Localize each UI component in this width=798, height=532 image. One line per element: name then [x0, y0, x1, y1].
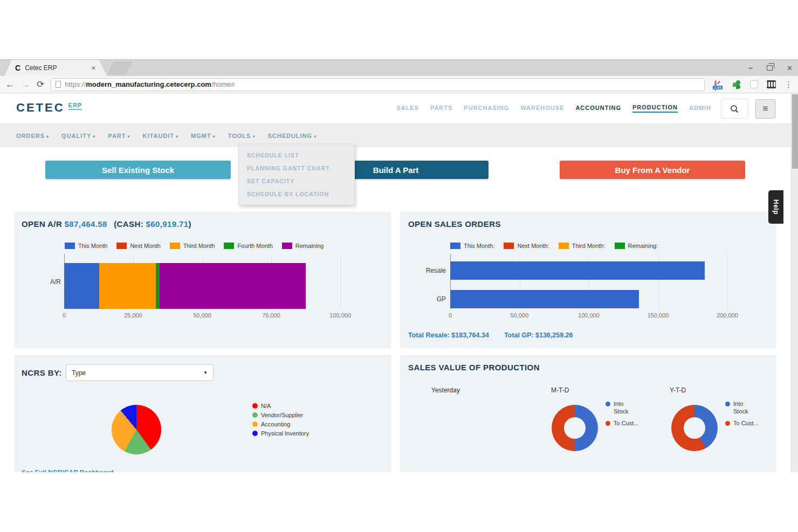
nav-sales[interactable]: SALES — [396, 105, 419, 112]
legend-item: To Cust... — [725, 420, 759, 427]
legend-item: Accounting — [252, 421, 309, 427]
film-strip-extension-icon[interactable] — [767, 80, 776, 88]
production-panel: SALES VALUE OF PRODUCTION Yesterday M-T-… — [400, 355, 776, 472]
address-bar[interactable]: https://modern_manufacturing.cetecerp.co… — [51, 78, 705, 91]
legend-item: Third Month: — [559, 243, 606, 249]
url-path: /home# — [211, 80, 235, 88]
browser-tab-cetec-erp[interactable]: C Cetec ERP ✕ — [4, 60, 107, 76]
legend-item: Next Month — [116, 243, 160, 249]
mtd-donut-legend: Into StockTo Cust... — [606, 400, 639, 427]
open-sales-totals: Total Resale: $183,764.34 Total GP: $136… — [408, 331, 573, 339]
subnav-quality[interactable]: QUALITY▾ — [61, 133, 95, 139]
dropdown-item-planning-gantt-chart[interactable]: PLANNING GANTT CHART — [239, 162, 354, 175]
legend-item: Third Month — [170, 243, 215, 249]
screenshot-root: C Cetec ERP ✕ – ✕ ← → ⟳ https://modern_m… — [0, 0, 798, 532]
forward-icon: → — [21, 79, 30, 90]
nav-warehouse[interactable]: WAREHOUSE — [520, 105, 564, 112]
column-label-mtd: M-T-D — [551, 386, 569, 394]
legend-item: Vendor/Supplier — [252, 412, 309, 418]
legend-item: This Month: — [450, 243, 494, 249]
nav-parts[interactable]: PARTS — [430, 105, 452, 112]
ncr-pie-chart — [112, 405, 161, 454]
open-sales-legend: This Month:Next Month:Third Month:Remain… — [450, 243, 658, 249]
browser-tab-strip: C Cetec ERP ✕ – ✕ — [0, 60, 798, 76]
open-ar-legend: This MonthNext MonthThird MonthFourth Mo… — [65, 243, 324, 249]
hamburger-menu-button[interactable]: ≡ — [755, 99, 775, 119]
column-label-ytd: Y-T-D — [670, 386, 686, 394]
page-scrollbar[interactable] — [791, 93, 798, 472]
browser-menu-icon[interactable]: ⋮ — [785, 80, 793, 89]
subnav-scheduling[interactable]: SCHEDULING▾ — [267, 133, 317, 139]
legend-item: To Cust... — [606, 420, 639, 427]
new-tab-button[interactable] — [107, 62, 132, 75]
green-leaf-extension-icon[interactable] — [733, 80, 741, 89]
window-restore-icon[interactable] — [767, 65, 773, 71]
column-label-yesterday: Yesterday — [431, 386, 460, 394]
tab-title: Cetec ERP — [25, 64, 87, 72]
caret-down-icon: ▾ — [314, 134, 317, 139]
legend-item: Remaining — [282, 243, 324, 249]
nav-production[interactable]: PRODUCTION — [632, 104, 678, 113]
ytd-donut-legend: Into StockTo Cust... — [725, 400, 759, 427]
window-close-icon[interactable]: ✕ — [787, 64, 793, 72]
ncrs-panel: NCRS BY: Type ▼ N/AVendor/SupplierAccoun… — [15, 355, 391, 472]
open-sales-plot: 050,000100,000150,000200,000ResaleGP — [450, 254, 761, 309]
site-header: CETEC ERP SALESPARTSPURCHASINGWAREHOUSEA… — [0, 93, 791, 123]
total-gp: Total GP: $136,259.26 — [504, 331, 573, 339]
dropdown-item-set-capacity[interactable]: SET CAPACITY — [239, 175, 354, 188]
back-icon[interactable]: ← — [5, 79, 15, 90]
browser-window: C Cetec ERP ✕ – ✕ ← → ⟳ https://modern_m… — [0, 59, 798, 472]
caret-down-icon: ▾ — [176, 134, 178, 139]
legend-item: N/A — [252, 403, 309, 409]
scrollbar-thumb[interactable] — [792, 94, 798, 169]
dropdown-item-schedule-by-location[interactable]: SCHEDULE BY LOCATION — [239, 188, 354, 201]
caret-down-icon: ▾ — [213, 134, 216, 139]
blank-page-extension-icon[interactable] — [750, 80, 758, 88]
ncrs-title: NCRS BY: — [22, 368, 62, 377]
sell-existing-stock-button[interactable]: Sell Existing Stock — [45, 161, 231, 179]
page-security-icon[interactable] — [56, 81, 61, 88]
open-sales-orders-panel: OPEN SALES ORDERS This Month:Next Month:… — [400, 212, 776, 348]
search-button[interactable] — [721, 99, 748, 119]
extension-icons: 2.44 ⋮ — [714, 80, 793, 89]
legend-item: Fourth Month — [224, 243, 272, 249]
caret-down-icon: ▾ — [128, 134, 130, 139]
reload-icon[interactable]: ⟳ — [37, 79, 44, 90]
help-tab-label: Help — [772, 199, 780, 215]
nav-purchasing[interactable]: PURCHASING — [464, 105, 509, 112]
dropdown-item-schedule-list[interactable]: SCHEDULE LIST — [239, 149, 354, 162]
page-viewport: CETEC ERP SALESPARTSPURCHASINGWAREHOUSEA… — [0, 93, 791, 472]
legend-item: Physical Inventory — [252, 430, 309, 437]
speed-gauge-extension-icon[interactable]: 2.44 — [714, 81, 724, 88]
caret-down-icon: ▾ — [252, 134, 255, 139]
subnav-mgmt[interactable]: MGMT▾ — [191, 133, 216, 139]
caret-down-icon: ▾ — [46, 134, 49, 139]
legend-item: Into Stock — [725, 400, 759, 416]
browser-toolbar: ← → ⟳ https://modern_manufacturing.cetec… — [0, 76, 798, 93]
quick-action-row: Sell Existing StockBuild A PartBuy From … — [0, 161, 791, 179]
tab-close-icon[interactable]: ✕ — [91, 65, 96, 72]
subnav-kitaudit[interactable]: KITAUDIT▾ — [143, 133, 179, 139]
window-minimize-icon[interactable]: – — [748, 65, 753, 71]
ncrs-select-value: Type — [72, 369, 86, 377]
logo-erp-text: ERP — [68, 102, 82, 110]
mtd-donut-chart — [552, 405, 598, 451]
legend-item: Into Stock — [606, 400, 639, 416]
nav-admin[interactable]: ADMIN — [689, 105, 711, 112]
module-subnav: ORDERS▾QUALITY▾PART▾KITAUDIT▾MGMT▾TOOLS▾… — [0, 123, 791, 147]
subnav-orders[interactable]: ORDERS▾ — [16, 133, 49, 139]
help-tab[interactable]: Help — [768, 190, 783, 224]
ncr-dashboard-link[interactable]: See Full NCR/CAR Dashboard — [22, 469, 114, 472]
subnav-part[interactable]: PART▾ — [108, 133, 130, 139]
legend-item: Remaining: — [615, 243, 658, 249]
open-ar-title: OPEN A/R $87,464.58 (CASH: $60,919.71) — [22, 219, 191, 229]
url-domain: modern_manufacturing.cetecerp.com — [86, 80, 211, 88]
buy-from-a-vendor-button[interactable]: Buy From A Vendor — [560, 161, 745, 179]
nav-accounting[interactable]: ACCOUNTING — [575, 105, 621, 112]
cetec-erp-logo[interactable]: CETEC ERP — [16, 101, 82, 115]
legend-item: This Month — [65, 243, 107, 249]
ncrs-type-select[interactable]: Type ▼ — [66, 364, 214, 381]
total-resale: Total Resale: $183,764.34 — [408, 331, 489, 339]
caret-down-icon: ▾ — [93, 134, 95, 139]
subnav-tools[interactable]: TOOLS▾ — [228, 133, 256, 139]
